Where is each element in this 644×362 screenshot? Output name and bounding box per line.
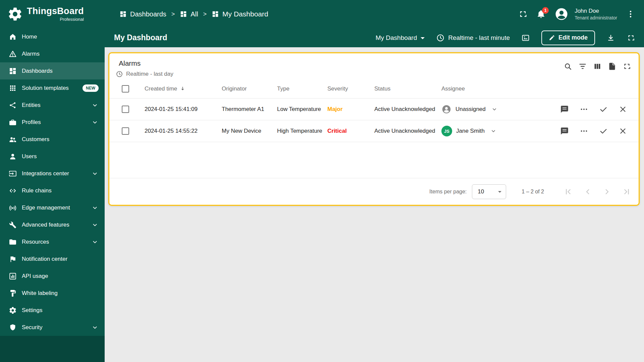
sidebar-item-entities[interactable]: Entities: [0, 97, 105, 114]
sidebar-item-label: Notification center: [22, 256, 99, 262]
export-dashboard-button[interactable]: [606, 34, 615, 42]
alarm-activity-button[interactable]: [560, 127, 569, 135]
widget-search-button[interactable]: [564, 62, 572, 71]
widget-timewindow-button[interactable]: Realtime - last day: [116, 70, 173, 78]
brand-logo[interactable]: ThingsBoard Professional: [0, 0, 105, 28]
column-header-type[interactable]: Type: [277, 85, 327, 92]
timewindow-label: Realtime - last minute: [448, 34, 510, 42]
sidebar-item-solution-templates[interactable]: Solution templates NEW: [0, 79, 105, 97]
sidebar-item-label: Rule chains: [22, 187, 99, 194]
more-menu-button[interactable]: [626, 9, 635, 19]
topbar-right: 1 John Doe Tenant administrator: [518, 7, 635, 21]
kebab-menu-icon: [626, 9, 635, 19]
sidebar-item-resources[interactable]: Resources: [0, 233, 105, 250]
page-size-value: 10: [478, 188, 484, 195]
last-page-icon: [622, 187, 631, 196]
dashboards-icon: [212, 10, 219, 18]
widget-columns-button[interactable]: [593, 62, 602, 71]
sidebar-item-home[interactable]: Home: [0, 28, 105, 45]
alarms-widget[interactable]: Alarms Realtime - last day: [108, 52, 640, 206]
edit-mode-button[interactable]: Edit mode: [541, 31, 595, 45]
assignee-select[interactable]: JS Jane Smith: [441, 126, 560, 136]
select-all-checkbox[interactable]: [122, 85, 129, 93]
alarm-row[interactable]: 2024-01-25 15:41:09 Thermometer A1 Low T…: [109, 99, 639, 120]
user-role: Tenant administrator: [575, 15, 617, 21]
sidebar-item-edge-management[interactable]: Edge management: [0, 199, 105, 216]
sidebar-item-rule-chains[interactable]: Rule chains: [0, 182, 105, 199]
alarm-row[interactable]: 2024-01-25 14:55:22 My New Device High T…: [109, 120, 639, 142]
comment-icon: [560, 105, 569, 114]
last-page-button[interactable]: [622, 187, 631, 196]
cell-type: Low Temperature: [277, 106, 327, 113]
column-header-created-time[interactable]: Created time: [145, 85, 222, 92]
sidebar-item-security[interactable]: Security: [0, 319, 105, 336]
notification-badge: 1: [542, 7, 549, 14]
column-header-status[interactable]: Status: [374, 85, 441, 92]
breadcrumb-my-dashboard[interactable]: My Dashboard: [212, 10, 268, 18]
sidebar-item-notification-center[interactable]: Notification center: [0, 250, 105, 267]
dashboard-fullscreen-button[interactable]: [627, 34, 635, 42]
breadcrumb-dashboards[interactable]: Dashboards: [119, 10, 166, 18]
sidebar-item-label: Advanced features: [22, 222, 86, 228]
sidebar-item-customers[interactable]: Customers: [0, 131, 105, 148]
alarm-activity-button[interactable]: [560, 105, 569, 114]
chevron-down-icon: [91, 170, 99, 177]
column-header-assignee[interactable]: Assignee: [441, 85, 627, 92]
columns-icon: [593, 62, 602, 71]
download-icon: [606, 34, 615, 42]
widget-export-button[interactable]: [608, 62, 616, 71]
pager-buttons: [564, 187, 631, 196]
column-header-originator[interactable]: Originator: [222, 85, 277, 92]
caret-down-icon: [421, 37, 425, 39]
sidebar-item-settings[interactable]: Settings: [0, 302, 105, 319]
next-page-button[interactable]: [602, 187, 612, 196]
sidebar-item-label: Profiles: [22, 119, 86, 126]
sidebar-item-profiles[interactable]: Profiles: [0, 114, 105, 131]
sidebar-item-white-labeling[interactable]: White labeling: [0, 285, 105, 302]
sidebar-item-dashboards[interactable]: Dashboards: [0, 62, 105, 79]
cell-originator: Thermometer A1: [222, 106, 277, 113]
alarm-acknowledge-button[interactable]: [599, 105, 608, 114]
chevron-down-icon: [91, 221, 99, 229]
dashboard-state-select[interactable]: My Dashboard: [376, 34, 425, 42]
breadcrumb-all[interactable]: All: [180, 10, 198, 18]
alarm-clear-button[interactable]: [619, 127, 627, 135]
sidebar-item-label: Dashboards: [22, 68, 99, 74]
first-page-button[interactable]: [564, 187, 573, 196]
dashboards-icon: [119, 10, 127, 18]
breadcrumb-label: Dashboards: [130, 10, 166, 18]
paint-icon: [9, 289, 17, 297]
fullscreen-icon: [627, 34, 635, 42]
row-checkbox[interactable]: [122, 106, 129, 113]
column-header-severity[interactable]: Severity: [327, 85, 374, 92]
notifications-button[interactable]: 1: [536, 9, 546, 19]
previous-page-button[interactable]: [583, 187, 592, 196]
cell-status: Active Unacknowledged: [374, 128, 441, 134]
dashboard-toolbar-right: My Dashboard Realtime - last minute Edit…: [376, 31, 635, 45]
sidebar-item-users[interactable]: Users: [0, 148, 105, 165]
column-header-label: Created time: [145, 85, 177, 92]
timewindow-button[interactable]: Realtime - last minute: [436, 34, 510, 42]
sidebar-item-integrations-center[interactable]: Integrations center: [0, 165, 105, 182]
alarm-more-button[interactable]: [580, 105, 588, 114]
widget-fullscreen-button[interactable]: [623, 62, 631, 71]
assignee-select[interactable]: Unassigned: [441, 104, 560, 114]
widget-filter-button[interactable]: [578, 62, 587, 71]
dashboard-image-button[interactable]: [521, 34, 530, 42]
widget-actions: [564, 59, 631, 78]
clock-icon: [436, 34, 445, 42]
main-area: Dashboards > All > My Dashboard: [105, 0, 644, 362]
sidebar-item-label: Alarms: [22, 51, 99, 57]
tools-icon: [9, 221, 17, 229]
sidebar-item-api-usage[interactable]: API usage: [0, 267, 105, 285]
people-icon: [9, 135, 17, 143]
alarm-acknowledge-button[interactable]: [599, 127, 608, 135]
alarm-clear-button[interactable]: [619, 105, 627, 114]
avatar[interactable]: [554, 7, 569, 21]
row-checkbox[interactable]: [122, 127, 129, 135]
sidebar-item-advanced-features[interactable]: Advanced features: [0, 216, 105, 233]
alarm-more-button[interactable]: [580, 127, 588, 135]
sidebar-item-alarms[interactable]: Alarms: [0, 45, 105, 62]
fullscreen-button[interactable]: [518, 9, 528, 19]
page-size-select[interactable]: 10: [472, 184, 506, 199]
